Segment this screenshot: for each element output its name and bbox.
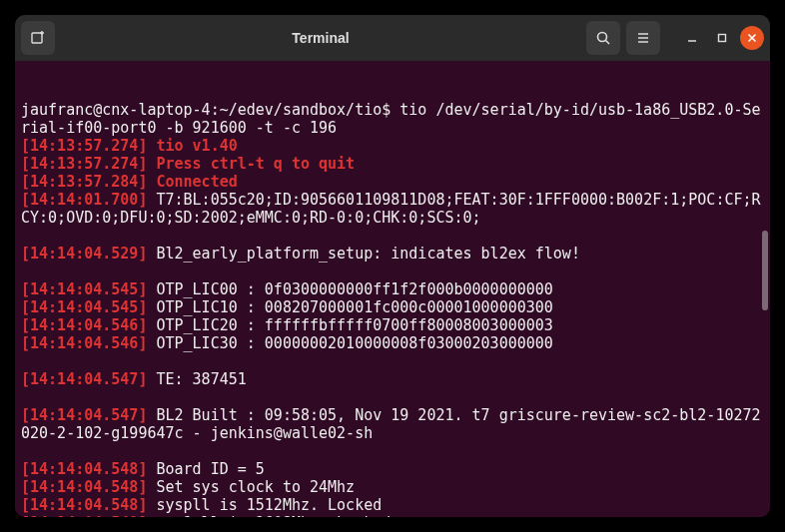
minimize-button[interactable] — [680, 26, 704, 50]
output-line — [21, 442, 764, 460]
log-text: OTP_LIC30 : 00000002010000008f0300020300… — [147, 334, 552, 352]
log-text: tio v1.40 — [147, 137, 237, 155]
timestamp: [14:14:04.547] — [21, 406, 147, 424]
log-text: Board ID = 5 — [147, 460, 264, 478]
output-line: [14:14:04.546] OTP_LIC20 : ffffffbfffff0… — [21, 316, 764, 334]
timestamp: [14:14:04.548] — [21, 460, 147, 478]
new-tab-button[interactable] — [21, 21, 55, 55]
timestamp: [14:14:04.545] — [21, 298, 147, 316]
output-line: [14:14:01.700] T7:BL:055c20;ID:905660110… — [21, 191, 764, 227]
close-button[interactable] — [740, 26, 764, 50]
timestamp: [14:14:04.549] — [21, 514, 147, 517]
timestamp: [14:13:57.274] — [21, 155, 147, 173]
output-line — [21, 352, 764, 370]
log-text: Set sys clock to 24Mhz — [147, 478, 355, 496]
timestamp: [14:14:04.546] — [21, 334, 147, 352]
output-line: [14:14:04.547] BL2 Built : 09:58:05, Nov… — [21, 406, 764, 442]
log-text: OTP_LIC10 : 008207000001fc000c0000100000… — [147, 298, 552, 316]
timestamp: [14:14:04.529] — [21, 245, 147, 263]
menu-button[interactable] — [626, 21, 660, 55]
log-text: OTP_LIC00 : 0f0300000000ff1f2f000b000000… — [147, 280, 552, 298]
scrollbar-thumb[interactable] — [762, 231, 768, 310]
output-line — [21, 227, 764, 245]
prompt-line: jaufranc@cnx-laptop-4:~/edev/sandbox/tio… — [21, 101, 764, 137]
maximize-button[interactable] — [710, 26, 734, 50]
timestamp: [14:13:57.284] — [21, 173, 147, 191]
svg-rect-0 — [32, 33, 42, 43]
output-line: [14:13:57.284] Connected — [21, 173, 764, 191]
log-text: sys1pll is 1608Mhz. Locked — [147, 514, 391, 517]
output-line: [14:14:04.547] TE: 387451 — [21, 370, 764, 388]
terminal-window: Terminal jaufranc — [15, 15, 770, 517]
output-line: [14:13:57.274] Press ctrl-t q to quit — [21, 155, 764, 173]
output-line — [21, 388, 764, 406]
log-text: OTP_LIC20 : ffffffbfffff0700ff8000800300… — [147, 316, 552, 334]
timestamp: [14:14:04.548] — [21, 478, 147, 496]
output-line: [14:13:57.274] tio v1.40 — [21, 137, 764, 155]
log-text: syspll is 1512Mhz. Locked — [147, 496, 382, 514]
output-line: [14:14:04.546] OTP_LIC30 : 0000000201000… — [21, 334, 764, 352]
output-line: [14:14:04.548] Board ID = 5 — [21, 460, 764, 478]
log-text: Bl2_early_platform_setup: indicates bl2e… — [147, 245, 579, 263]
terminal-content[interactable]: jaufranc@cnx-laptop-4:~/edev/sandbox/tio… — [15, 61, 770, 517]
output-line — [21, 263, 764, 280]
output-line: [14:14:04.529] Bl2_early_platform_setup:… — [21, 245, 764, 263]
search-button[interactable] — [586, 21, 620, 55]
timestamp: [14:14:04.545] — [21, 280, 147, 298]
timestamp: [14:14:04.548] — [21, 496, 147, 514]
log-text: Press ctrl-t q to quit — [147, 155, 355, 173]
output-line: [14:14:04.545] OTP_LIC00 : 0f0300000000f… — [21, 280, 764, 298]
svg-point-3 — [598, 33, 607, 42]
timestamp: [14:14:04.546] — [21, 316, 147, 334]
output-line: [14:14:04.549] sys1pll is 1608Mhz. Locke… — [21, 514, 764, 517]
output-line: [14:14:04.548] Set sys clock to 24Mhz — [21, 478, 764, 496]
output-line: [14:14:04.548] syspll is 1512Mhz. Locked — [21, 496, 764, 514]
log-text: TE: 387451 — [147, 370, 246, 388]
timestamp: [14:14:01.700] — [21, 191, 147, 209]
titlebar: Terminal — [15, 15, 770, 61]
svg-line-4 — [606, 41, 610, 45]
window-title: Terminal — [61, 30, 580, 46]
output-line: [14:14:04.545] OTP_LIC10 : 008207000001f… — [21, 298, 764, 316]
timestamp: [14:13:57.274] — [21, 137, 147, 155]
svg-rect-9 — [719, 35, 726, 42]
log-text: Connected — [147, 173, 237, 191]
timestamp: [14:14:04.547] — [21, 370, 147, 388]
